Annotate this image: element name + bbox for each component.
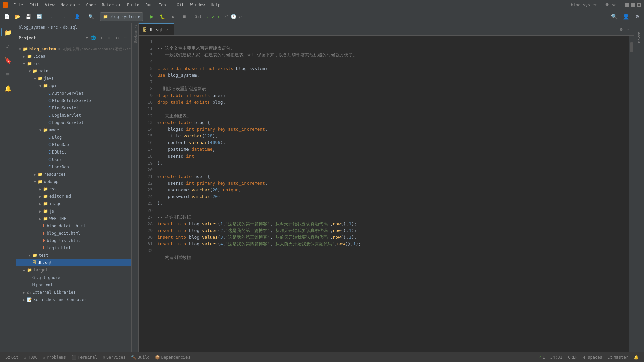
status-problems-button[interactable]: ⚠ Problems bbox=[40, 355, 69, 360]
tree-test[interactable]: ▶ 📁 test bbox=[16, 252, 131, 259]
minimize-button[interactable]: — bbox=[625, 3, 629, 7]
activity-bookmark[interactable]: 🔖 bbox=[2, 54, 14, 66]
run-button[interactable]: ▶ bbox=[147, 12, 157, 21]
scope-button[interactable]: 🌐 bbox=[90, 35, 97, 41]
status-dependencies-button[interactable]: 📦 Dependencies bbox=[152, 355, 193, 360]
tab-close-button[interactable]: ✕ bbox=[165, 27, 170, 32]
git-revert-icon[interactable]: ↩ bbox=[238, 14, 243, 19]
tree-model[interactable]: ▼ 📁 model bbox=[16, 126, 131, 134]
status-services-button[interactable]: ⚙ Services bbox=[100, 355, 128, 360]
tree-db-sql[interactable]: 🗄 db.sql bbox=[16, 259, 131, 266]
open-button[interactable]: 📂 bbox=[13, 12, 22, 21]
tab-expand-button[interactable]: ⋯ bbox=[625, 26, 631, 33]
maven-label[interactable]: Maven bbox=[637, 29, 641, 45]
global-search-button[interactable]: 🔍 bbox=[610, 12, 619, 21]
status-position[interactable]: 34:31 bbox=[548, 355, 565, 360]
coverage-button[interactable]: ▶ bbox=[169, 12, 178, 21]
menu-build[interactable]: Build bbox=[124, 2, 142, 8]
tab-db-sql[interactable]: 🗄 db.sql ✕ bbox=[139, 23, 174, 35]
hide-files-button[interactable]: ≡ bbox=[106, 35, 113, 41]
status-branch[interactable]: ⎇ master bbox=[605, 355, 631, 360]
tree-webapp[interactable]: ▼ 📁 webapp bbox=[16, 178, 131, 185]
menu-run[interactable]: Run bbox=[143, 2, 155, 8]
tree-DBUtil[interactable]: C DBUtil bbox=[16, 148, 131, 156]
git-clock-icon[interactable]: 🕐 bbox=[230, 14, 237, 19]
profile-button[interactable]: 👤 bbox=[621, 12, 631, 21]
back-button[interactable]: ← bbox=[48, 12, 57, 21]
activity-commit[interactable]: ✓ bbox=[2, 40, 14, 52]
tree-BlogDao[interactable]: C BlogDao bbox=[16, 141, 131, 148]
tree-scratches[interactable]: ▶ 📝 Scratches and Consoles bbox=[16, 296, 131, 303]
tree-Blog[interactable]: C Blog bbox=[16, 134, 131, 141]
tree-User[interactable]: C User bbox=[16, 156, 131, 163]
git-check2-icon[interactable]: ✓ bbox=[211, 14, 215, 19]
menu-tools[interactable]: Tools bbox=[156, 2, 173, 8]
tree-image[interactable]: ▶ 📁 image bbox=[16, 200, 131, 207]
tree-BlogServlet[interactable]: C BlogServlet bbox=[16, 104, 131, 112]
tree-blog_edit[interactable]: H blog_edit.html bbox=[16, 230, 131, 237]
activity-project[interactable]: 📁 bbox=[2, 26, 14, 38]
tree-project-root[interactable]: ▼ 📁 blog_system D:\编程专用\java-warehouse(远… bbox=[16, 45, 131, 53]
bookmarks-label[interactable]: Bookmarks bbox=[133, 25, 137, 43]
tree-blog_list[interactable]: H blog_list.html bbox=[16, 237, 131, 244]
tree-login[interactable]: H login.html bbox=[16, 244, 131, 252]
tree-src[interactable]: ▼ 📁 src bbox=[16, 60, 131, 67]
status-line-ending[interactable]: CRLF bbox=[565, 355, 580, 360]
collapse-all-button[interactable]: ⬆ bbox=[98, 35, 105, 41]
tree-resources[interactable]: ▶ 📁 resources bbox=[16, 171, 131, 178]
tree-WEB-INF[interactable]: ▶ 📁 WEB-INF bbox=[16, 215, 131, 222]
git-push-icon[interactable]: ↑ bbox=[217, 14, 221, 19]
tree-LogoutServlet[interactable]: C LogoutServlet bbox=[16, 119, 131, 126]
debug-button[interactable]: 🐛 bbox=[158, 12, 167, 21]
menu-file[interactable]: File bbox=[11, 2, 26, 8]
menu-edit[interactable]: Edit bbox=[26, 2, 42, 8]
tree-main[interactable]: ▼ 📁 main bbox=[16, 67, 131, 75]
tree-editormd[interactable]: ▶ 📁 editor.md bbox=[16, 193, 131, 200]
save-button[interactable]: 💾 bbox=[23, 12, 33, 21]
status-build-button[interactable]: 🔨 Build bbox=[128, 355, 152, 360]
settings-button[interactable]: ⚙ bbox=[633, 12, 642, 21]
status-notifications[interactable]: 🔔 bbox=[631, 355, 641, 360]
tree-LoginServlet[interactable]: C LoginServlet bbox=[16, 112, 131, 119]
status-git-button[interactable]: ⎇ Git bbox=[3, 355, 21, 360]
tree-AuthorServlet[interactable]: C AuthorServlet bbox=[16, 89, 131, 97]
tree-api[interactable]: ▼ 📁 api bbox=[16, 82, 131, 89]
tree-pom[interactable]: M pom.xml bbox=[16, 281, 131, 289]
tree-external-libs[interactable]: ▶ 🗂 External Libraries bbox=[16, 289, 131, 296]
code-content[interactable]: -- 这个文件主要用来写建库建表语句。 -- 一般我们建议大家，在建表的时候把建… bbox=[155, 36, 629, 352]
tree-BlogDeleteServlet[interactable]: C BlogDeleteServlet bbox=[16, 97, 131, 104]
search-path-button[interactable]: 🔍 bbox=[86, 12, 96, 21]
activity-notifications[interactable]: 🔔 bbox=[2, 82, 14, 95]
status-terminal-button[interactable]: ⬛ Terminal bbox=[69, 355, 100, 360]
close-button[interactable]: ✕ bbox=[637, 3, 641, 7]
tree-idea[interactable]: ▶ 📁 .idea bbox=[16, 53, 131, 60]
git-check1-icon[interactable]: ✓ bbox=[206, 14, 210, 19]
menu-code[interactable]: Code bbox=[84, 2, 99, 8]
menu-refactor[interactable]: Refactor bbox=[99, 2, 124, 8]
git-branch-icon[interactable]: ⎇ bbox=[222, 14, 229, 19]
tree-js[interactable]: ▶ 📁 js bbox=[16, 207, 131, 215]
activity-structure[interactable]: ≡ bbox=[2, 68, 14, 80]
tree-UserDao[interactable]: C UserDao bbox=[16, 163, 131, 171]
tree-target[interactable]: ▶ 📁 target bbox=[16, 266, 131, 274]
new-file-button[interactable]: 📄 bbox=[2, 12, 11, 21]
status-todo-button[interactable]: ☑ TODO bbox=[21, 355, 40, 360]
tab-settings-button[interactable]: ⚙ bbox=[618, 26, 625, 33]
menu-help[interactable]: Help bbox=[208, 2, 223, 8]
tree-gitignore[interactable]: G .gitignore bbox=[16, 274, 131, 281]
user-button[interactable]: 👤 bbox=[72, 12, 82, 21]
status-check[interactable]: ✓ 1 bbox=[536, 355, 547, 360]
status-indent[interactable]: 4 spaces bbox=[580, 355, 605, 360]
menu-git[interactable]: Git bbox=[174, 2, 187, 8]
tree-java[interactable]: ▼ 📁 java bbox=[16, 75, 131, 82]
menu-window[interactable]: Window bbox=[187, 2, 207, 8]
maximize-button[interactable]: □ bbox=[631, 3, 635, 7]
menu-view[interactable]: View bbox=[42, 2, 57, 8]
branch-selector[interactable]: 📁 blog_system ▼ bbox=[100, 12, 143, 21]
menu-navigate[interactable]: Navigate bbox=[58, 2, 83, 8]
stop-button[interactable]: ⏹ bbox=[179, 12, 189, 21]
forward-button[interactable]: → bbox=[59, 12, 68, 21]
sync-button[interactable]: 🔄 bbox=[34, 12, 44, 21]
tree-blog_detail[interactable]: H blog_detail.html bbox=[16, 222, 131, 230]
tree-css[interactable]: ▶ 📁 css bbox=[16, 185, 131, 193]
